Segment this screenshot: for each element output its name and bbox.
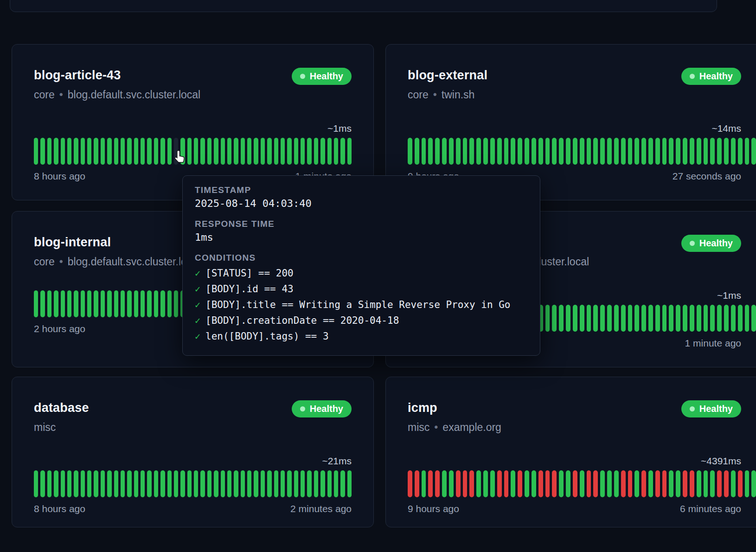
health-bar[interactable]: [47, 470, 51, 497]
health-bar[interactable]: [61, 290, 65, 317]
health-bar[interactable]: [463, 470, 468, 497]
health-bar[interactable]: [704, 305, 708, 332]
health-bar[interactable]: [717, 138, 722, 165]
health-bar[interactable]: [738, 305, 743, 332]
health-bar[interactable]: [274, 470, 278, 497]
health-bar[interactable]: [442, 138, 447, 165]
health-bar[interactable]: [456, 138, 461, 165]
health-bar[interactable]: [114, 470, 118, 497]
health-bar[interactable]: [628, 138, 633, 165]
health-bar[interactable]: [552, 470, 557, 497]
health-bar[interactable]: [234, 138, 238, 165]
health-bar[interactable]: [114, 290, 118, 317]
health-bar[interactable]: [101, 470, 105, 497]
health-bar[interactable]: [61, 470, 65, 497]
health-bar[interactable]: [261, 138, 265, 165]
health-bar[interactable]: [34, 290, 38, 317]
health-bar[interactable]: [552, 138, 557, 165]
health-bar[interactable]: [641, 470, 646, 497]
health-bar[interactable]: [247, 470, 251, 497]
health-bar[interactable]: [587, 138, 591, 165]
health-bar[interactable]: [234, 470, 238, 497]
health-bar[interactable]: [101, 138, 105, 165]
health-bar[interactable]: [704, 470, 708, 497]
health-bar[interactable]: [476, 470, 481, 497]
health-bar[interactable]: [74, 470, 78, 497]
health-bar[interactable]: [476, 138, 481, 165]
health-bar[interactable]: [67, 290, 71, 317]
health-bar[interactable]: [697, 470, 701, 497]
health-bar[interactable]: [347, 138, 352, 165]
health-bar[interactable]: [127, 138, 131, 165]
health-bar[interactable]: [683, 305, 687, 332]
health-bar[interactable]: [347, 470, 352, 497]
health-bar[interactable]: [717, 305, 722, 332]
health-bar[interactable]: [724, 138, 729, 165]
health-bar[interactable]: [147, 138, 151, 165]
health-bar[interactable]: [469, 470, 474, 497]
health-bar[interactable]: [207, 138, 211, 165]
health-bar[interactable]: [607, 138, 612, 165]
health-bar[interactable]: [697, 138, 701, 165]
health-bar[interactable]: [676, 470, 680, 497]
health-bar[interactable]: [320, 138, 325, 165]
health-bar[interactable]: [566, 470, 570, 497]
health-bar[interactable]: [34, 138, 38, 165]
health-bar[interactable]: [61, 138, 65, 165]
health-bar[interactable]: [422, 138, 426, 165]
endpoint-card-icmp[interactable]: icmp Healthy misc•example.org ~4391ms 9 …: [385, 377, 756, 527]
health-bar[interactable]: [648, 470, 653, 497]
health-bar[interactable]: [655, 305, 660, 332]
health-bar[interactable]: [662, 470, 667, 497]
health-bar[interactable]: [710, 138, 715, 165]
health-bar[interactable]: [463, 138, 468, 165]
health-bar[interactable]: [241, 470, 245, 497]
health-bar[interactable]: [580, 138, 584, 165]
health-bar[interactable]: [580, 305, 584, 332]
health-bar[interactable]: [490, 138, 495, 165]
health-bar[interactable]: [107, 138, 111, 165]
health-bar[interactable]: [160, 470, 165, 497]
health-bar[interactable]: [724, 305, 729, 332]
health-bar[interactable]: [545, 470, 550, 497]
health-bar[interactable]: [94, 470, 98, 497]
health-bar[interactable]: [327, 138, 332, 165]
health-bar[interactable]: [676, 138, 680, 165]
health-bar[interactable]: [74, 290, 78, 317]
health-bar[interactable]: [504, 138, 509, 165]
health-bar[interactable]: [174, 470, 178, 497]
health-bar[interactable]: [614, 470, 619, 497]
health-bar[interactable]: [669, 470, 673, 497]
health-bar[interactable]: [227, 138, 231, 165]
health-bar[interactable]: [281, 470, 285, 497]
health-bar[interactable]: [587, 305, 591, 332]
health-bar[interactable]: [221, 470, 225, 497]
health-bar[interactable]: [566, 305, 570, 332]
health-bar[interactable]: [267, 138, 271, 165]
health-bar[interactable]: [559, 470, 564, 497]
health-bar[interactable]: [600, 138, 605, 165]
health-bar[interactable]: [314, 470, 318, 497]
health-bar[interactable]: [449, 138, 454, 165]
health-bar[interactable]: [154, 138, 158, 165]
health-bar[interactable]: [40, 470, 45, 497]
health-bar[interactable]: [525, 138, 529, 165]
health-bar[interactable]: [634, 305, 639, 332]
endpoint-card-database[interactable]: database Healthy misc ~21ms 8 hours ago …: [12, 377, 374, 527]
health-bar[interactable]: [422, 470, 426, 497]
health-bar[interactable]: [511, 470, 515, 497]
health-bar[interactable]: [662, 305, 667, 332]
health-bar[interactable]: [751, 470, 756, 497]
health-bar[interactable]: [74, 138, 78, 165]
health-bar[interactable]: [669, 138, 673, 165]
health-bar[interactable]: [174, 290, 178, 317]
health-bar[interactable]: [121, 470, 125, 497]
health-bar[interactable]: [127, 470, 131, 497]
health-bar[interactable]: [559, 138, 564, 165]
health-bar[interactable]: [200, 138, 205, 165]
health-bar[interactable]: [200, 470, 205, 497]
health-bar[interactable]: [731, 305, 736, 332]
health-bar[interactable]: [415, 470, 419, 497]
health-bar[interactable]: [47, 138, 51, 165]
health-bar[interactable]: [287, 470, 291, 497]
